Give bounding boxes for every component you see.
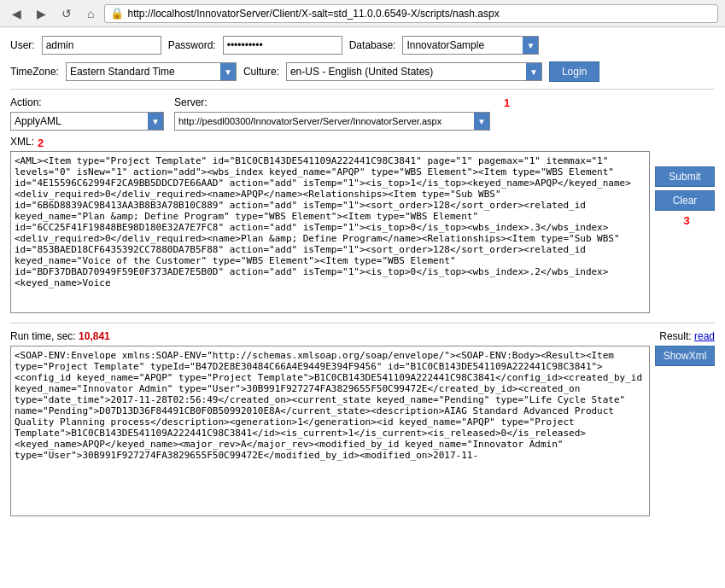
address-bar[interactable]: 🔒 http://localhost/InnovatorServer/Clien… xyxy=(104,4,718,23)
action-dropdown[interactable]: ApplyAML ▼ xyxy=(10,112,164,131)
xml-label: XML: xyxy=(10,136,34,148)
user-label: User: xyxy=(10,39,35,51)
divider-2 xyxy=(10,323,715,323)
database-label: Database: xyxy=(349,39,396,51)
action-label: Action: xyxy=(10,96,164,108)
lock-icon: 🔒 xyxy=(110,7,124,20)
timezone-value: Eastern Standard Time xyxy=(67,63,220,80)
result-label: Result: xyxy=(659,330,691,342)
browser-chrome: ◀ ▶ ↺ ⌂ 🔒 http://localhost/InnovatorServ… xyxy=(0,0,725,27)
action-arrow-button[interactable]: ▼ xyxy=(148,113,163,130)
database-value: InnovatorSample xyxy=(403,37,523,54)
reload-button[interactable]: ↺ xyxy=(56,4,77,23)
server-arrow-button[interactable]: ▼ xyxy=(474,113,489,130)
result-info: Result: read xyxy=(659,330,715,342)
timezone-label: TimeZone: xyxy=(10,66,59,78)
xml-buttons: Submit Clear 3 xyxy=(655,151,715,227)
server-column: Server: http://pesdl00300/InnovatorServe… xyxy=(174,96,490,131)
culture-value: en-US - English (United States) xyxy=(287,63,526,80)
badge-1: 1 xyxy=(504,96,510,109)
database-dropdown[interactable]: InnovatorSample ▼ xyxy=(402,36,539,55)
home-button[interactable]: ⌂ xyxy=(82,4,99,23)
credentials-row: User: Password: Database: InnovatorSampl… xyxy=(10,36,715,55)
runtime-label: Run time, sec: xyxy=(10,330,76,342)
action-value: ApplyAML xyxy=(11,113,148,130)
culture-dropdown[interactable]: en-US - English (United States) ▼ xyxy=(286,62,542,81)
culture-label: Culture: xyxy=(243,66,279,78)
password-input[interactable] xyxy=(223,36,342,55)
clear-button[interactable]: Clear xyxy=(655,190,715,211)
xml-input[interactable]: <AML><Item type="Project Template" id="B… xyxy=(10,151,650,313)
result-section: <SOAP-ENV:Envelope xmlns:SOAP-ENV="http:… xyxy=(10,346,715,516)
action-column: Action: ApplyAML ▼ xyxy=(10,96,164,131)
badge-2: 2 xyxy=(38,137,44,149)
showxml-button[interactable]: ShowXml xyxy=(655,346,715,366)
xml-label-row: XML: 2 xyxy=(10,136,715,149)
url-text: http://localhost/InnovatorServer/Client/… xyxy=(127,8,499,20)
server-value: http://pesdl00300/InnovatorServer/Server… xyxy=(175,113,474,130)
server-dropdown[interactable]: http://pesdl00300/InnovatorServer/Server… xyxy=(174,112,490,131)
xml-section: <AML><Item type="Project Template" id="B… xyxy=(10,151,715,316)
database-arrow-button[interactable]: ▼ xyxy=(523,37,538,54)
page-content: User: Password: Database: InnovatorSampl… xyxy=(0,27,725,525)
runtime-info: Run time, sec: 10,841 xyxy=(10,330,110,342)
runtime-value: 10,841 xyxy=(79,330,110,342)
result-buttons: ShowXml xyxy=(655,346,715,366)
timezone-row: TimeZone: Eastern Standard Time ▼ Cultur… xyxy=(10,61,715,82)
timezone-arrow-button[interactable]: ▼ xyxy=(220,63,236,80)
result-link[interactable]: read xyxy=(694,330,715,342)
timezone-dropdown[interactable]: Eastern Standard Time ▼ xyxy=(66,62,237,81)
culture-arrow-button[interactable]: ▼ xyxy=(526,63,541,80)
password-label: Password: xyxy=(168,39,216,51)
result-output[interactable]: <SOAP-ENV:Envelope xmlns:SOAP-ENV="http:… xyxy=(10,346,650,516)
action-server-row: Action: ApplyAML ▼ Server: http://pesdl0… xyxy=(10,96,715,131)
login-button[interactable]: Login xyxy=(549,61,599,82)
badge-3: 3 xyxy=(658,214,715,227)
user-input[interactable] xyxy=(42,36,161,55)
server-label: Server: xyxy=(174,96,490,108)
submit-button[interactable]: Submit xyxy=(655,166,715,187)
xml-container: <AML><Item type="Project Template" id="B… xyxy=(10,151,650,316)
back-button[interactable]: ◀ xyxy=(7,4,26,23)
forward-button[interactable]: ▶ xyxy=(32,4,51,23)
runtime-row: Run time, sec: 10,841 Result: read xyxy=(10,330,715,342)
divider-1 xyxy=(10,89,715,90)
